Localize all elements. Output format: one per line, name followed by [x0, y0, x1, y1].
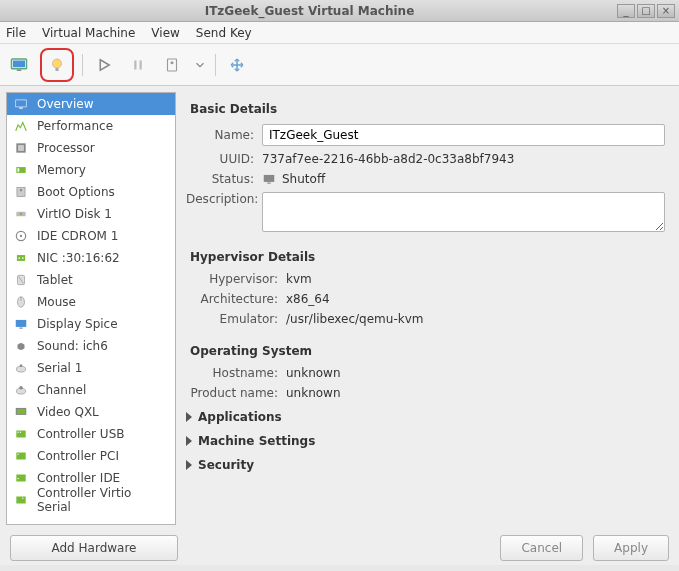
status-value: Shutoff — [282, 172, 325, 186]
fullscreen-button[interactable] — [224, 52, 250, 78]
svg-rect-14 — [18, 168, 20, 172]
name-label: Name: — [186, 128, 262, 142]
name-input[interactable] — [262, 124, 665, 146]
sidebar-item-label: Serial 1 — [37, 361, 82, 375]
cancel-button[interactable]: Cancel — [500, 535, 583, 561]
sidebar-item-nic-30-16-62[interactable]: NIC :30:16:62 — [7, 247, 175, 269]
sidebar-item-label: Processor — [37, 141, 95, 155]
svg-rect-35 — [16, 431, 25, 438]
power-icon — [163, 56, 181, 74]
fullscreen-icon — [228, 56, 246, 74]
menu-virtual-machine[interactable]: Virtual Machine — [42, 26, 135, 40]
sidebar-icon — [13, 294, 29, 310]
menu-file[interactable]: File — [6, 26, 26, 40]
basic-details-heading: Basic Details — [190, 102, 665, 116]
sidebar-item-sound-ich6[interactable]: Sound: ich6 — [7, 335, 175, 357]
product-name-value: unknown — [286, 386, 341, 400]
sidebar-icon — [13, 96, 29, 112]
svg-point-18 — [20, 213, 22, 215]
minimize-button[interactable]: _ — [617, 4, 635, 18]
sidebar-item-label: NIC :30:16:62 — [37, 251, 120, 265]
show-details-button[interactable] — [44, 52, 70, 78]
sidebar-item-mouse[interactable]: Mouse — [7, 291, 175, 313]
svg-rect-38 — [16, 453, 25, 460]
sidebar-item-performance[interactable]: Performance — [7, 115, 175, 137]
sidebar-icon — [13, 184, 29, 200]
menubar: File Virtual Machine View Send Key — [0, 22, 679, 44]
svg-rect-15 — [17, 187, 25, 196]
status-icon — [262, 172, 276, 186]
svg-rect-30 — [20, 365, 22, 367]
svg-rect-34 — [17, 409, 25, 414]
sidebar-icon — [13, 118, 29, 134]
expander-applications[interactable]: Applications — [186, 410, 665, 424]
sidebar-item-memory[interactable]: Memory — [7, 159, 175, 181]
sidebar-item-controller-usb[interactable]: Controller USB — [7, 423, 175, 445]
svg-rect-27 — [16, 320, 27, 327]
sidebar-item-label: Sound: ich6 — [37, 339, 108, 353]
sidebar-icon — [13, 316, 29, 332]
svg-rect-44 — [264, 175, 275, 182]
add-hardware-button[interactable]: Add Hardware — [10, 535, 178, 561]
architecture-value: x86_64 — [286, 292, 330, 306]
sidebar-item-boot-options[interactable]: Boot Options — [7, 181, 175, 203]
content-area: OverviewPerformanceProcessorMemoryBoot O… — [0, 86, 679, 531]
svg-rect-6 — [140, 60, 142, 69]
sidebar-item-video-qxl[interactable]: Video QXL — [7, 401, 175, 423]
svg-point-20 — [20, 235, 22, 237]
shutdown-button[interactable] — [159, 52, 185, 78]
hostname-value: unknown — [286, 366, 341, 380]
pause-button[interactable] — [125, 52, 151, 78]
expander-security[interactable]: Security — [186, 458, 665, 472]
sidebar-item-label: Video QXL — [37, 405, 99, 419]
sidebar-item-label: Memory — [37, 163, 86, 177]
hardware-sidebar[interactable]: OverviewPerformanceProcessorMemoryBoot O… — [6, 92, 176, 525]
sidebar-item-controller-virtio-serial[interactable]: Controller Virtio Serial — [7, 489, 175, 511]
svg-point-16 — [20, 189, 22, 191]
sidebar-item-tablet[interactable]: Tablet — [7, 269, 175, 291]
chevron-down-icon — [193, 56, 207, 74]
sidebar-item-label: VirtIO Disk 1 — [37, 207, 112, 221]
expander-machine-settings[interactable]: Machine Settings — [186, 434, 665, 448]
toolbar-separator — [215, 54, 216, 76]
menu-send-key[interactable]: Send Key — [196, 26, 252, 40]
apply-button[interactable]: Apply — [593, 535, 669, 561]
svg-point-3 — [53, 59, 62, 68]
sidebar-icon — [13, 360, 29, 376]
sidebar-item-controller-pci[interactable]: Controller PCI — [7, 445, 175, 467]
sidebar-icon — [13, 382, 29, 398]
svg-rect-28 — [19, 328, 23, 329]
sidebar-item-serial-1[interactable]: Serial 1 — [7, 357, 175, 379]
svg-rect-39 — [18, 454, 19, 455]
hostname-label: Hostname: — [186, 366, 286, 380]
shutdown-menu-button[interactable] — [193, 52, 207, 78]
close-button[interactable]: × — [657, 4, 675, 18]
sidebar-item-ide-cdrom-1[interactable]: IDE CDROM 1 — [7, 225, 175, 247]
status-label: Status: — [186, 172, 262, 186]
svg-rect-43 — [22, 498, 23, 499]
svg-rect-45 — [267, 183, 271, 184]
svg-point-23 — [22, 257, 24, 259]
sidebar-item-display-spice[interactable]: Display Spice — [7, 313, 175, 335]
sidebar-icon — [13, 404, 29, 420]
sidebar-icon — [13, 250, 29, 266]
description-input[interactable] — [262, 192, 665, 232]
description-label: Description: — [186, 192, 262, 206]
sidebar-item-label: Mouse — [37, 295, 76, 309]
menu-view[interactable]: View — [151, 26, 179, 40]
uuid-value: 737af7ee-2216-46bb-a8d2-0c33a8bf7943 — [262, 152, 514, 166]
svg-point-8 — [171, 61, 174, 64]
sidebar-item-overview[interactable]: Overview — [7, 93, 175, 115]
maximize-button[interactable]: □ — [637, 4, 655, 18]
svg-rect-41 — [18, 478, 19, 479]
sidebar-icon — [13, 162, 29, 178]
sidebar-item-processor[interactable]: Processor — [7, 137, 175, 159]
sidebar-item-virtio-disk-1[interactable]: VirtIO Disk 1 — [7, 203, 175, 225]
product-name-label: Product name: — [186, 386, 286, 400]
sidebar-item-channel[interactable]: Channel — [7, 379, 175, 401]
svg-rect-12 — [18, 145, 24, 151]
show-console-button[interactable] — [6, 52, 32, 78]
sidebar-item-label: Controller USB — [37, 427, 124, 441]
run-button[interactable] — [91, 52, 117, 78]
triangle-right-icon — [186, 460, 192, 470]
